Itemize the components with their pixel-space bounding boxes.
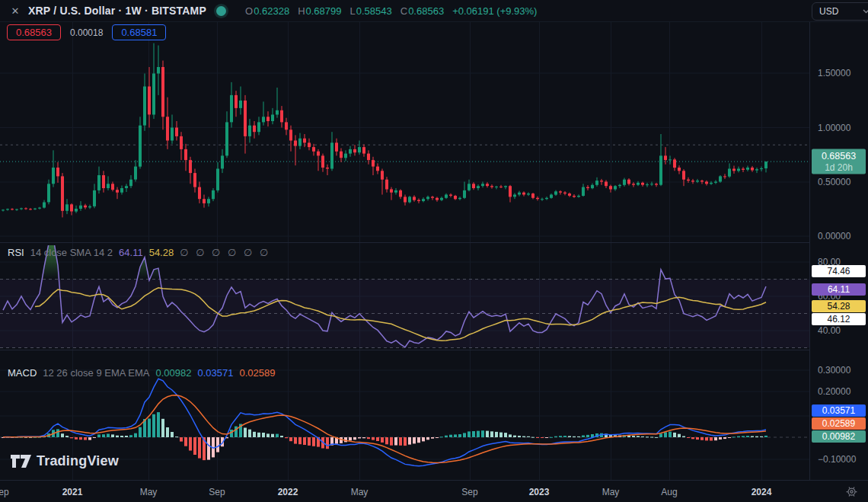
- open-label: O: [245, 5, 253, 17]
- time-axis-label: May: [602, 487, 620, 497]
- time-axis-label: Sep: [209, 487, 225, 497]
- rsi-axis-badge: 74.46: [812, 265, 866, 277]
- price-axis-label: 1.50000: [818, 68, 850, 78]
- macd-hist-value: 0.00982: [155, 367, 191, 379]
- time-axis-settings-button[interactable]: [846, 486, 857, 500]
- change-value: +0.06191 (+9.93%): [452, 5, 537, 17]
- time-axis-label: 2021: [62, 487, 83, 497]
- buy-price-button[interactable]: 0.68581: [112, 24, 166, 40]
- tradingview-logo-text: TradingView: [37, 453, 119, 469]
- macd-axis-badge: 0.03571: [812, 404, 866, 417]
- macd-legend-params: 12 26 close 9 EMA EMA: [43, 367, 149, 379]
- ohlc-readout: O0.62328 H0.68799 L0.58543 C0.68563 +0.0…: [245, 5, 537, 17]
- high-value: 0.68799: [306, 5, 342, 17]
- time-axis-label: May: [351, 487, 369, 497]
- price-axis-label: 0.00000: [818, 231, 850, 241]
- spread-value: 0.00018: [70, 27, 103, 38]
- close-icon[interactable]: ✕: [9, 5, 21, 17]
- chart-toolbar: ✕ XRP / U.S. Dollar · 1W · BITSTAMP O0.6…: [0, 0, 868, 22]
- close-label: C: [400, 5, 407, 17]
- rsi-value: 64.11: [119, 247, 143, 258]
- current-price-badge: 0.685631d 20h: [812, 149, 866, 174]
- macd-axis-badge: 0.00982: [812, 430, 866, 443]
- rsi-sma-value: 54.28: [149, 247, 174, 258]
- tradingview-chart-window: ✕ XRP / U.S. Dollar · 1W · BITSTAMP O0.6…: [0, 0, 868, 502]
- time-axis[interactable]: Sep2021MaySep2022MaySep2023MayAug2024: [0, 480, 868, 502]
- rsi-legend-params: 14 close SMA 14 2: [30, 247, 113, 258]
- macd-line-value: 0.03571: [197, 367, 233, 379]
- currency-select[interactable]: USD: [812, 2, 868, 21]
- gear-icon: [846, 486, 857, 497]
- rsi-legend-title[interactable]: RSI: [8, 247, 24, 258]
- time-axis-label: 2024: [752, 487, 772, 497]
- high-label: H: [298, 5, 305, 17]
- pane-divider[interactable]: [0, 350, 868, 350]
- sell-price-button[interactable]: 0.68563: [7, 24, 61, 40]
- rsi-legend: RSI 14 close SMA 14 2 64.11 54.28 ∅ ∅ ∅ …: [8, 247, 270, 258]
- market-status-icon[interactable]: [216, 6, 226, 16]
- tradingview-mark-icon: [11, 455, 31, 468]
- low-label: L: [350, 5, 356, 17]
- macd-legend: MACD 12 26 close 9 EMA EMA 0.00982 0.035…: [8, 367, 275, 379]
- current-price-value: 0.68563: [812, 151, 866, 162]
- time-axis-label: Sep: [0, 487, 9, 497]
- chart-canvas[interactable]: [0, 0, 809, 480]
- rsi-axis-label: 40.00: [818, 325, 841, 336]
- rsi-axis-badge: 46.12: [812, 313, 866, 325]
- symbol-title[interactable]: XRP / U.S. Dollar · 1W · BITSTAMP: [28, 5, 206, 17]
- time-axis-label: 2023: [529, 487, 550, 497]
- price-axis-label: 1.00000: [818, 123, 850, 133]
- chevron-down-icon: [863, 9, 868, 14]
- time-axis-label: Aug: [661, 487, 677, 497]
- macd-axis-label: −0.10000: [818, 454, 856, 465]
- tradingview-logo[interactable]: TradingView: [11, 453, 119, 469]
- macd-axis-badge: 0.02589: [812, 417, 866, 430]
- time-axis-label: Sep: [461, 487, 477, 497]
- low-value: 0.58543: [356, 5, 392, 17]
- currency-value: USD: [819, 6, 838, 17]
- rsi-hidden-values: ∅ ∅ ∅ ∅ ∅ ∅: [180, 247, 270, 258]
- rsi-axis-badge: 54.28: [812, 300, 866, 312]
- macd-legend-title[interactable]: MACD: [8, 367, 37, 379]
- rsi-axis-badge: 64.11: [812, 283, 866, 296]
- time-axis-label: 2022: [278, 487, 298, 497]
- pane-divider[interactable]: [0, 242, 868, 243]
- price-axis[interactable]: 1.500001.000000.500000.0000080.0060.0040…: [809, 0, 868, 480]
- time-axis-label: May: [140, 487, 158, 497]
- bar-countdown: 1d 20h: [812, 162, 866, 173]
- close-value: 0.68563: [408, 5, 444, 17]
- price-axis-label: 0.50000: [818, 177, 850, 187]
- quote-badges: 0.68563 0.00018 0.68581: [7, 24, 166, 40]
- macd-axis-label: 0.20000: [818, 386, 850, 397]
- macd-signal-value: 0.02589: [239, 367, 275, 379]
- macd-axis-label: 0.30000: [818, 365, 850, 376]
- open-value: 0.62328: [254, 5, 289, 17]
